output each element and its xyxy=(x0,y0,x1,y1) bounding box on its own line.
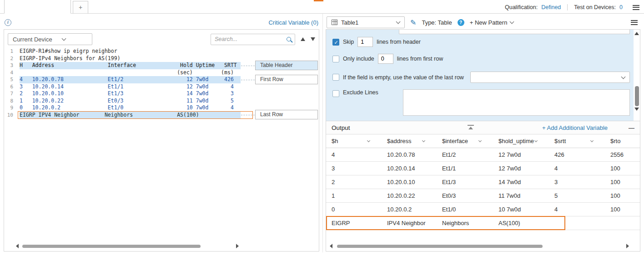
table-row[interactable]: 310.20.0.14Et1/112 7w0d4100 xyxy=(326,162,640,175)
scrollbar-thumb[interactable] xyxy=(635,86,639,106)
table-cell: 3 xyxy=(326,165,382,172)
table-cell: 10 7w0d xyxy=(493,206,549,213)
scroll-left-icon[interactable] xyxy=(16,244,19,248)
scroll-right-icon[interactable] xyxy=(236,244,239,248)
pattern-select[interactable]: Table1 xyxy=(327,16,405,28)
tab-format1-primary[interactable]: Format1 (Primary) xyxy=(4,0,71,14)
table-cell: 10.20.0.2 xyxy=(382,206,437,213)
table-row[interactable]: 110.20.0.22Et0/311 7w0d5100 xyxy=(326,189,640,203)
connector-line xyxy=(241,115,255,115)
clipped-input-field[interactable] xyxy=(399,30,630,34)
code-line[interactable]: 2EIGRP-IPv4 Neighbors for AS(199) xyxy=(4,55,241,62)
search-box xyxy=(211,34,295,45)
only-include-checkbox[interactable] xyxy=(332,56,339,62)
code-line[interactable]: 81 10.20.0.22 Et0/3 11 7w0d 5 xyxy=(4,98,241,105)
table-row[interactable]: 210.20.0.10Et1/314 7w0d3100 xyxy=(326,175,640,189)
column-header[interactable]: $interface xyxy=(437,138,493,144)
table-cell: Et1/0 xyxy=(437,206,493,213)
chevron-down-icon[interactable] xyxy=(590,139,594,142)
last-row-marker[interactable]: Last Row xyxy=(255,110,318,119)
table-row[interactable]: EIGRPIPV4 NeighborNeighborsAS(100) xyxy=(326,216,640,230)
critical-variable-link[interactable]: Critical Variable (0) xyxy=(268,19,318,26)
only-include-input[interactable] xyxy=(378,54,393,64)
table-cell: AS(100) xyxy=(493,220,549,226)
code-line[interactable]: 4 (sec) (ms) xyxy=(4,69,241,77)
code-line[interactable]: 63 10.20.0.14 Et1/1 12 7w0d 4 xyxy=(4,83,241,91)
separator xyxy=(567,4,568,10)
pattern-toolbar: Table1 ✎ Type: Table ? + New Pattern xyxy=(326,17,640,29)
only-include-label-suffix: lines from first row xyxy=(397,56,443,62)
horizontal-scrollbar[interactable] xyxy=(16,244,239,248)
skip-lines-input[interactable] xyxy=(357,37,373,47)
chevron-down-icon[interactable] xyxy=(422,139,425,142)
pattern-select-value: Table1 xyxy=(341,19,358,26)
output-table-header: $h$address$interface$hold_uptime$srtt$rt… xyxy=(326,134,640,148)
add-format-tab-button[interactable]: + xyxy=(73,1,88,14)
table-header-marker[interactable]: Table Header xyxy=(255,61,318,70)
column-header[interactable]: $address xyxy=(382,138,437,144)
column-header[interactable]: $rto xyxy=(605,138,640,144)
skip-label: Skip xyxy=(343,39,354,45)
test-on-devices-value-link[interactable]: 0 xyxy=(619,4,623,10)
last-row-value-select[interactable] xyxy=(470,72,630,83)
scroll-right-icon[interactable] xyxy=(626,244,629,248)
scroll-up-icon[interactable] xyxy=(634,32,639,35)
table-row[interactable]: 410.20.0.78Et1/212 7w0d4262556 xyxy=(326,148,640,162)
line-text: 1 10.20.0.22 Et0/3 11 7w0d 5 xyxy=(20,98,241,105)
chevron-down-icon[interactable] xyxy=(367,139,370,142)
qualification-value-link[interactable]: Defined xyxy=(541,4,561,10)
skip-lines-row: Skip lines from header xyxy=(332,37,630,47)
code-line[interactable]: 10EIGRP IPV4 Neighbor Neighbors AS(100) xyxy=(4,112,241,119)
chevron-down-icon[interactable] xyxy=(478,139,482,142)
add-additional-variable-link[interactable]: + Add Additional Variable xyxy=(542,124,608,131)
code-line[interactable]: 90 10.20.0.2 Et1/0 10 7w0d 4 xyxy=(4,104,241,112)
table-cell: 2 xyxy=(326,179,382,185)
help-icon[interactable]: ? xyxy=(458,19,464,26)
exclude-lines-textarea[interactable] xyxy=(403,89,630,116)
search-next-icon[interactable] xyxy=(311,37,315,41)
line-number: 4 xyxy=(4,69,16,77)
exclude-lines-checkbox[interactable] xyxy=(332,90,339,97)
scrollbar-thumb[interactable] xyxy=(337,245,543,248)
first-row-marker[interactable]: First Row xyxy=(255,75,318,84)
code-line[interactable]: 3H Address Interface Hold Uptime SRTT xyxy=(4,62,241,69)
search-group xyxy=(211,34,315,45)
minimize-icon[interactable]: — xyxy=(629,124,634,131)
new-pattern-button[interactable]: + New Pattern xyxy=(470,19,514,26)
table-row[interactable]: 010.20.0.2Et1/010 7w0d4100 xyxy=(326,203,640,216)
code-line[interactable]: 54 10.20.0.78 Et1/2 12 7w0d 426 xyxy=(4,76,241,83)
code-line[interactable]: 72 10.20.0.10 Et1/3 14 7w0d 3 xyxy=(4,90,241,98)
collapse-icon[interactable] xyxy=(468,125,474,129)
column-label: $address xyxy=(387,138,411,144)
vertical-scrollbar[interactable] xyxy=(634,30,640,121)
search-icon[interactable] xyxy=(287,37,291,41)
column-header[interactable]: $srtt xyxy=(549,138,605,144)
scroll-left-icon[interactable] xyxy=(330,244,332,248)
edit-icon[interactable]: ✎ xyxy=(410,18,416,27)
scroll-down-icon[interactable] xyxy=(634,108,639,111)
empty-field-checkbox[interactable] xyxy=(332,74,339,81)
chevron-down-icon xyxy=(621,74,626,79)
skip-checkbox[interactable] xyxy=(332,39,339,46)
info-icon[interactable]: i xyxy=(5,19,11,26)
only-include-row: Only include lines from first row xyxy=(332,54,630,64)
top-right-status: Qualification: Defined Test on Devices: … xyxy=(505,4,644,13)
search-previous-icon[interactable] xyxy=(301,37,305,41)
horizontal-scrollbar[interactable] xyxy=(330,244,629,248)
chevron-down-icon[interactable] xyxy=(534,139,538,142)
chevron-down-icon xyxy=(510,20,514,24)
table-cell: 0 xyxy=(326,206,382,213)
code-line[interactable]: 1EIGRP-R1#show ip eigrp neighbor xyxy=(4,48,241,55)
column-header[interactable]: $h xyxy=(326,138,382,144)
device-select[interactable]: Current Device xyxy=(8,33,92,45)
table-cell: 4 xyxy=(549,165,605,172)
pattern-menu-icon[interactable] xyxy=(631,20,638,25)
table-cell: 12 7w0d xyxy=(493,165,549,172)
column-label: $srtt xyxy=(554,138,566,144)
column-header[interactable]: $hold_uptime xyxy=(493,138,549,144)
search-input[interactable] xyxy=(215,36,287,42)
table-cell: 14 7w0d xyxy=(493,179,549,185)
menu-icon[interactable] xyxy=(633,5,639,10)
output-title: Output xyxy=(332,124,350,131)
scrollbar-thumb[interactable] xyxy=(22,245,201,248)
